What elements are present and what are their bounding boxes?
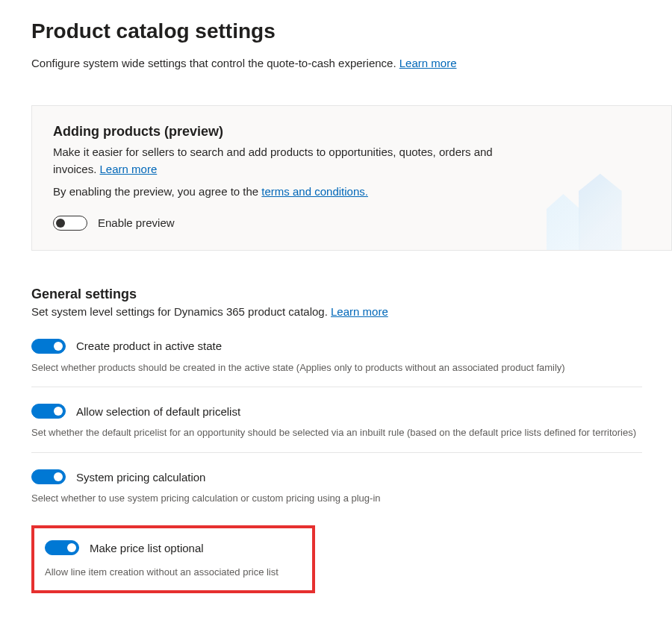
terms-and-conditions-link[interactable]: terms and conditions. xyxy=(261,185,368,198)
pricelist-optional-desc: Allow line item creation without an asso… xyxy=(45,566,302,580)
default-pricelist-toggle[interactable] xyxy=(31,404,66,419)
page-subtitle: Configure system wide settings that cont… xyxy=(31,57,672,69)
toggle-knob-icon xyxy=(54,342,63,351)
preview-body-1: Make it easier for sellers to search and… xyxy=(53,144,531,178)
preview-body-2: By enabling the preview, you agree to th… xyxy=(53,184,531,201)
setting-create-active: Create product in active state Select wh… xyxy=(31,331,642,387)
general-subtitle: Set system level settings for Dynamics 3… xyxy=(31,305,642,318)
toggle-knob-icon xyxy=(67,543,76,552)
default-pricelist-label: Allow selection of default pricelist xyxy=(76,405,240,418)
general-subtitle-text: Set system level settings for Dynamics 3… xyxy=(31,305,331,318)
system-pricing-label: System pricing calculation xyxy=(76,471,205,484)
preview-card: Adding products (preview) Make it easier… xyxy=(31,105,672,251)
create-active-desc: Select whether products should be create… xyxy=(31,361,642,375)
learn-more-link-header[interactable]: Learn more xyxy=(399,57,457,69)
preview-heading: Adding products (preview) xyxy=(53,124,650,140)
system-pricing-desc: Select whether to use system pricing cal… xyxy=(31,492,642,506)
page-subtitle-text: Configure system wide settings that cont… xyxy=(31,57,399,69)
create-active-toggle[interactable] xyxy=(31,339,66,354)
general-learn-more-link[interactable]: Learn more xyxy=(331,305,388,318)
toggle-knob-icon xyxy=(54,472,63,481)
pricelist-optional-toggle[interactable] xyxy=(45,540,79,555)
setting-default-pricelist: Allow selection of default pricelist Set… xyxy=(31,387,642,452)
default-pricelist-desc: Set whether the default pricelist for an… xyxy=(31,426,642,440)
page-title: Product catalog settings xyxy=(31,19,672,43)
enable-preview-label: Enable preview xyxy=(98,216,175,229)
general-settings-section: General settings Set system level settin… xyxy=(31,287,672,593)
system-pricing-toggle[interactable] xyxy=(31,469,66,484)
general-heading: General settings xyxy=(31,287,642,302)
pricelist-optional-label: Make price list optional xyxy=(90,542,204,554)
toggle-knob-icon xyxy=(54,407,63,416)
highlighted-setting-pricelist-optional: Make price list optional Allow line item… xyxy=(31,525,315,593)
preview-body-2-text: By enabling the preview, you agree to th… xyxy=(53,185,261,198)
toggle-knob-icon xyxy=(56,219,65,228)
create-active-label: Create product in active state xyxy=(76,340,222,352)
setting-system-pricing: System pricing calculation Select whethe… xyxy=(31,452,642,518)
enable-preview-toggle[interactable] xyxy=(53,216,87,231)
preview-learn-more-link[interactable]: Learn more xyxy=(100,163,158,175)
